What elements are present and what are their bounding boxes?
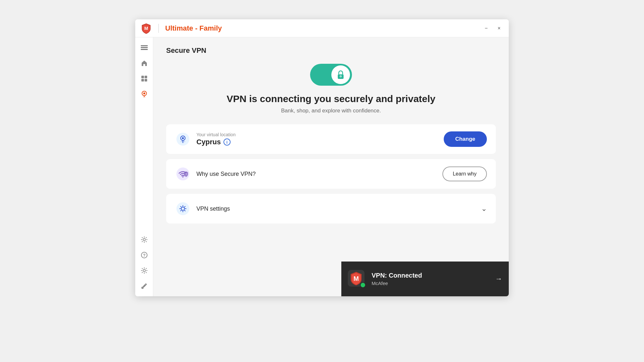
minimize-button[interactable]: − bbox=[482, 24, 491, 33]
info-icon[interactable]: i bbox=[223, 138, 231, 146]
main-layout: ? Secure VPN bbox=[135, 37, 509, 296]
title-divider bbox=[158, 24, 159, 33]
grid-icon bbox=[141, 75, 148, 82]
why-vpn-label: Why use Secure VPN? bbox=[196, 171, 256, 177]
home-icon bbox=[141, 60, 148, 67]
svg-rect-6 bbox=[141, 79, 144, 81]
wifi-shield-icon-wrap: ✓ bbox=[175, 166, 191, 182]
page-title: Secure VPN bbox=[166, 46, 496, 55]
sidebar-help-icon[interactable]: ? bbox=[138, 249, 151, 262]
toast-text: VPN: Connected McAfee bbox=[372, 272, 489, 286]
settings-card-left: VPN settings bbox=[175, 201, 230, 216]
tools-icon bbox=[141, 282, 148, 290]
mcafee-shield-icon: M bbox=[140, 23, 152, 34]
svg-point-18 bbox=[340, 76, 341, 77]
help-icon: ? bbox=[141, 252, 148, 259]
svg-text:✓: ✓ bbox=[185, 173, 187, 176]
menu-icon bbox=[141, 44, 148, 51]
title-bar: M Ultimate - Family − × bbox=[135, 19, 509, 37]
sidebar-menu-icon[interactable] bbox=[138, 41, 151, 54]
wifi-shield-icon: ✓ bbox=[176, 167, 190, 181]
toast-title: VPN: Connected bbox=[372, 272, 489, 279]
why-vpn-card: ✓ Why use Secure VPN? Learn why bbox=[166, 159, 496, 189]
svg-point-26 bbox=[176, 202, 189, 215]
svg-point-10 bbox=[143, 97, 146, 98]
change-location-button[interactable]: Change bbox=[444, 131, 487, 147]
sidebar-grid-icon[interactable] bbox=[138, 72, 151, 85]
svg-rect-3 bbox=[141, 49, 148, 50]
svg-point-11 bbox=[143, 239, 145, 241]
svg-point-21 bbox=[182, 137, 184, 139]
svg-rect-2 bbox=[141, 47, 148, 48]
title-bar-left: M Ultimate - Family bbox=[140, 23, 482, 34]
toggle-thumb bbox=[331, 65, 350, 84]
title-bar-controls: − × bbox=[482, 24, 504, 33]
svg-rect-5 bbox=[145, 76, 147, 78]
svg-rect-1 bbox=[141, 45, 148, 46]
svg-text:M: M bbox=[354, 275, 359, 282]
chevron-down-icon[interactable]: ⌄ bbox=[481, 205, 487, 213]
location-info: Your virtual location Cyprus i bbox=[196, 132, 236, 146]
settings-icon bbox=[176, 202, 190, 216]
location-name: Cyprus i bbox=[196, 138, 236, 146]
vpn-main-title: VPN is connecting you securely and priva… bbox=[227, 93, 436, 104]
sidebar-location-icon[interactable] bbox=[138, 88, 151, 100]
content-area: Secure VPN VPN is connecting you secur bbox=[153, 37, 509, 296]
svg-text:M: M bbox=[144, 26, 148, 31]
virtual-location-label: Your virtual location bbox=[196, 132, 236, 137]
svg-point-24 bbox=[182, 176, 184, 177]
close-button[interactable]: × bbox=[495, 24, 504, 33]
vpn-settings-card[interactable]: VPN settings ⌄ bbox=[166, 194, 496, 224]
toast-subtitle: McAfee bbox=[372, 281, 489, 286]
mcafee-logo: M bbox=[140, 23, 152, 34]
settings2-icon bbox=[141, 267, 148, 274]
toast-arrow-icon[interactable]: → bbox=[495, 275, 502, 283]
sidebar-settings2-icon[interactable] bbox=[138, 264, 151, 277]
toast-notification[interactable]: M VPN: Connected McAfee → bbox=[341, 262, 509, 296]
virtual-location-card: Your virtual location Cyprus i Change bbox=[166, 124, 496, 154]
location-icon bbox=[141, 90, 148, 98]
svg-text:?: ? bbox=[143, 253, 146, 258]
sidebar: ? bbox=[135, 37, 153, 296]
pin-icon bbox=[176, 132, 190, 146]
sidebar-tools-icon[interactable] bbox=[138, 280, 151, 292]
settings-gear-icon-wrap bbox=[175, 201, 191, 216]
gear-icon bbox=[141, 236, 148, 243]
svg-rect-4 bbox=[141, 76, 144, 78]
card-left: Your virtual location Cyprus i bbox=[175, 131, 236, 147]
why-card-left: ✓ Why use Secure VPN? bbox=[175, 166, 256, 182]
sidebar-settings-icon[interactable] bbox=[138, 233, 151, 246]
vpn-toggle-section: VPN is connecting you securely and priva… bbox=[166, 64, 496, 114]
app-title: Ultimate - Family bbox=[165, 24, 222, 33]
main-window: M Ultimate - Family − × bbox=[135, 19, 509, 296]
svg-point-14 bbox=[143, 270, 145, 272]
vpn-settings-label: VPN settings bbox=[196, 205, 230, 212]
lock-icon bbox=[335, 69, 346, 80]
svg-rect-7 bbox=[145, 79, 147, 81]
location-pin-icon bbox=[175, 131, 191, 147]
toast-icon-wrap: M bbox=[348, 270, 366, 288]
learn-why-button[interactable]: Learn why bbox=[442, 167, 487, 181]
connected-badge bbox=[360, 282, 366, 288]
vpn-subtitle: Bank, shop, and explore with confidence. bbox=[281, 108, 381, 114]
svg-point-9 bbox=[143, 92, 145, 94]
sidebar-home-icon[interactable] bbox=[138, 57, 151, 70]
vpn-toggle[interactable] bbox=[310, 64, 352, 86]
